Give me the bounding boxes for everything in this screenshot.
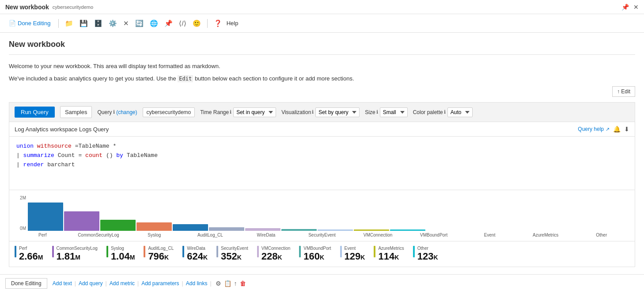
pin-toolbar-icon[interactable]: 📌 [163, 19, 174, 28]
clone-bottom-icon[interactable]: 📋 [224, 280, 231, 287]
legend-name: Other [417, 246, 438, 251]
query-editor-header: Log Analytics workspace Logs Query Query… [9, 122, 635, 137]
legend-text: AzureMetrics 114K [378, 246, 404, 262]
legend-name: Syslog [111, 246, 135, 251]
title-bar: New workbook cybersecuritydemo 📌 ✕ [0, 0, 644, 14]
legend-value-row: 123K [417, 254, 438, 261]
legend-unit: M [130, 254, 135, 261]
up-bottom-icon[interactable]: ↑ [234, 280, 237, 287]
add-metric-link[interactable]: Add metric [110, 280, 135, 287]
add-query-link[interactable]: Add query [79, 280, 103, 287]
emoji-icon[interactable]: 🙂 [191, 19, 203, 28]
legend-name: WireData [187, 246, 208, 251]
legend-unit: K [203, 254, 208, 261]
add-text-link[interactable]: Add text [53, 280, 72, 287]
section-edit-button[interactable]: ↑ Edit [612, 86, 635, 97]
time-range-info-icon: ℹ [230, 109, 231, 115]
visualization-info-icon: ℹ [312, 109, 314, 115]
section-edit-label: ↑ Edit [617, 88, 630, 95]
visualization-group: Visualization ℹ Set by query [281, 107, 360, 117]
query-label-text: Query [97, 109, 112, 115]
legend-value-row: 228K [261, 254, 282, 261]
done-editing-label: Done Editing [18, 20, 50, 27]
y-max-label: 2M [15, 195, 26, 200]
legend-value-row: 352K [221, 254, 242, 261]
legend-value-row: 114K [378, 254, 399, 261]
save-icon[interactable]: 💾 [78, 19, 90, 28]
query-download-icon[interactable]: ⬇ [624, 126, 629, 133]
query-help-link[interactable]: Query help ↗ [578, 126, 610, 132]
legend-name: Event [345, 246, 365, 251]
legend-name: SecurityEvent [221, 246, 248, 251]
pipe-2: | [16, 161, 23, 168]
keyword-render: render [23, 161, 48, 168]
color-palette-group: Color palette ℹ Auto [413, 107, 473, 117]
query-change-link[interactable]: (change) [116, 109, 137, 115]
code-equals: =TableName * [75, 143, 117, 149]
delete-bottom-icon[interactable]: 🗑 [240, 280, 246, 287]
page-desc-2: We've included a basic analytics query t… [9, 74, 635, 83]
legend-name: VMBoundPort [303, 246, 331, 251]
pin-icon[interactable]: 📌 [621, 4, 629, 11]
time-range-group: Time Range ℹ Set in query [200, 107, 276, 117]
workbook-subtitle: cybersecuritydemo [53, 4, 93, 10]
settings-bottom-icon[interactable]: ⚙ [216, 280, 221, 287]
size-select[interactable]: Small [380, 107, 408, 117]
code-barchart: barchart [47, 161, 75, 168]
sep-3: | [137, 280, 139, 287]
legend-name: AzureMetrics [378, 246, 404, 251]
time-range-select[interactable]: Set in query [233, 107, 276, 117]
discard-icon[interactable]: ✕ [121, 19, 131, 28]
legend-text: VMBoundPort 160K [303, 246, 331, 262]
legend-item: WireData 624K [182, 246, 208, 262]
legend-value: 228 [261, 251, 278, 262]
save-as-icon[interactable]: 🗄️ [92, 19, 104, 28]
settings-icon[interactable]: ⚙️ [107, 19, 119, 28]
legend-text: Other 123K [417, 246, 438, 262]
legend-item: SecurityEvent 352K [216, 246, 248, 262]
legend-value-row: 1.81M [57, 254, 81, 261]
chart-label: AuditLog_CL [182, 233, 239, 237]
keyword-summarize: summarize [23, 152, 58, 159]
refresh-icon[interactable]: 🔄 [133, 19, 145, 28]
legend-text: WireData 624K [187, 246, 208, 262]
visualization-select[interactable]: Set by query [315, 107, 360, 117]
query-bell-icon[interactable]: 🔔 [613, 126, 621, 133]
color-palette-select[interactable]: Auto [447, 107, 473, 117]
legend-color-bar [340, 246, 342, 257]
samples-label: Samples [65, 109, 87, 115]
run-query-button[interactable]: Run Query [15, 107, 55, 118]
legend-value-row: 160K [303, 254, 324, 261]
page-title: New workbook [9, 40, 635, 49]
legend-value: 352 [221, 251, 237, 262]
legend-value: 160 [303, 251, 320, 262]
sep-1: | [75, 280, 76, 287]
legend-unit: M [38, 254, 43, 261]
page-divider [9, 54, 635, 55]
run-query-label: Run Query [21, 109, 49, 115]
folder-icon[interactable]: 📁 [63, 19, 75, 28]
legend-color-bar [374, 246, 375, 257]
done-editing-bottom-button[interactable]: Done Editing [5, 278, 47, 289]
sep-2: | [106, 280, 107, 287]
code-icon[interactable]: ⟨/⟩ [177, 19, 188, 28]
desc2b-text: button below each section to configure i… [195, 75, 354, 82]
close-icon[interactable]: ✕ [633, 4, 639, 11]
legend-text: SecurityEvent 352K [221, 246, 248, 262]
chart-container: 2M 0M [15, 195, 629, 231]
title-bar-right: 📌 ✕ [621, 4, 639, 11]
query-code-editor[interactable]: union withsource =TableName * | summariz… [9, 137, 635, 190]
done-editing-toolbar-button[interactable]: 📄 Done Editing [5, 18, 54, 28]
query-info-icon: ℹ [113, 109, 115, 115]
samples-button[interactable]: Samples [60, 106, 92, 118]
code-line-2: | summarize Count = count () by TableNam… [16, 151, 628, 161]
add-parameters-link[interactable]: Add parameters [141, 280, 179, 287]
globe-icon[interactable]: 🌐 [148, 19, 160, 28]
chart-bar [100, 220, 136, 231]
legend-unit: K [434, 254, 438, 261]
done-editing-icon: 📄 [9, 20, 16, 27]
help-icon[interactable]: ❓ [212, 19, 224, 28]
legend-value-row: 1.04M [111, 254, 135, 261]
add-links-link[interactable]: Add links [186, 280, 208, 287]
keyword-by: by [116, 152, 126, 159]
